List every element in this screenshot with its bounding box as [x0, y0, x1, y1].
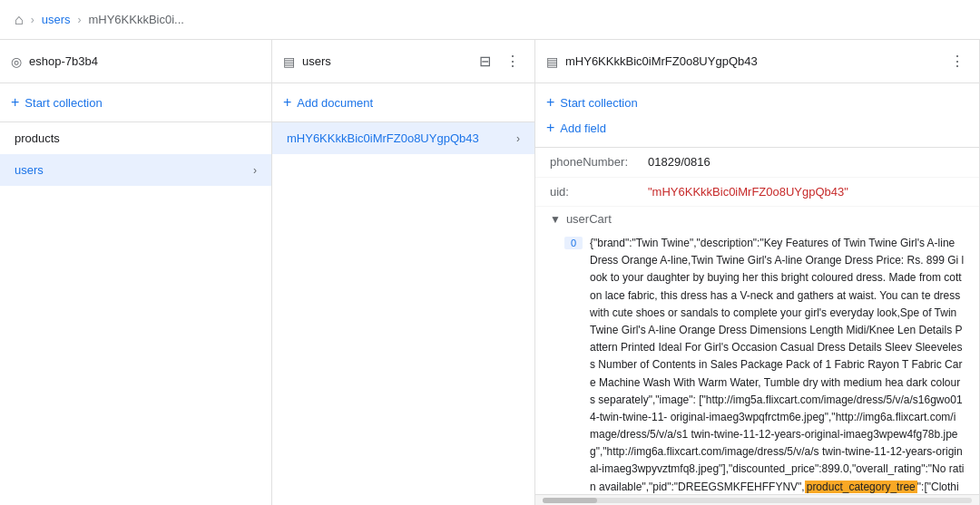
left-panel-actions: + Start collection — [0, 83, 271, 122]
start-collection-label: Start collection — [560, 96, 637, 110]
main-container: ◎ eshop-7b3b4 + Start collection product… — [0, 40, 980, 505]
start-collection-label: Start collection — [24, 96, 102, 110]
start-collection-button[interactable]: + Start collection — [11, 91, 260, 114]
field-key-uid: uid: — [550, 183, 641, 201]
scroll-thumb — [543, 498, 597, 503]
breadcrumb-document[interactable]: mHY6KKkkBic0i... — [88, 13, 183, 26]
collapse-icon[interactable]: ▼ — [550, 213, 561, 226]
collection-item-users[interactable]: users › — [0, 154, 271, 186]
add-document-button[interactable]: + Add document — [283, 91, 524, 114]
more-options-icon[interactable]: ⋮ — [946, 49, 968, 73]
plus-icon: + — [11, 94, 19, 111]
left-panel-list: products users › — [0, 122, 271, 505]
left-panel-title: eshop-7b3b4 — [29, 54, 260, 68]
right-panel-title: mHY6KKkkBic0iMrFZ0o8UYgpQb43 — [565, 54, 939, 68]
scroll-track — [543, 498, 972, 503]
cart-index-0: 0 — [564, 237, 583, 249]
field-value-uid: "mHY6KKkkBic0iMrFZ0o8UYgpQb43" — [648, 183, 848, 201]
collection-icon: ▤ — [283, 54, 295, 69]
usercart-label: userCart — [566, 212, 612, 226]
middle-panel-header: ▤ users ⊟ ⋮ — [272, 40, 534, 83]
add-document-label: Add document — [297, 96, 373, 110]
document-id: mHY6KKkkBic0iMrFZ0o8UYgpQb43 — [287, 131, 479, 145]
cart-item-text-0: {"brand":"Twin Twine","description":"Key… — [590, 235, 965, 494]
home-icon[interactable]: ⌂ — [15, 12, 24, 28]
plus-icon: + — [283, 94, 291, 111]
breadcrumb-chevron-1: › — [31, 14, 34, 26]
plus-icon: + — [546, 120, 554, 136]
document-list: mHY6KKkkBic0iMrFZ0o8UYgpQb43 › — [272, 122, 534, 505]
filter-icon[interactable]: ⊟ — [475, 49, 495, 73]
collection-label-users: users — [15, 163, 44, 177]
database-icon: ◎ — [11, 54, 22, 69]
add-field-label: Add field — [560, 121, 606, 135]
middle-panel: ▤ users ⊟ ⋮ + Add document mHY6KKkkBic0i… — [272, 40, 535, 505]
top-navigation: ⌂ › users › mHY6KKkkBic0i... — [0, 0, 980, 40]
field-row-phone: phoneNumber: 01829/0816 — [535, 148, 979, 178]
collection-label-products: products — [15, 131, 60, 145]
document-item[interactable]: mHY6KKkkBic0iMrFZ0o8UYgpQb43 › — [272, 122, 534, 154]
field-key-phone: phoneNumber: — [550, 153, 641, 171]
right-start-collection-button[interactable]: + Start collection — [546, 91, 968, 114]
document-icon: ▤ — [546, 54, 558, 69]
field-row-uid: uid: "mHY6KKkkBic0iMrFZ0o8UYgpQb43" — [535, 178, 979, 208]
right-panel-actions: + Start collection + Add field — [535, 83, 979, 148]
horizontal-scrollbar[interactable] — [535, 494, 979, 505]
middle-panel-title: users — [302, 54, 468, 68]
chevron-right-icon: › — [253, 164, 257, 177]
field-area: phoneNumber: 01829/0816 uid: "mHY6KKkkBi… — [535, 148, 979, 494]
breadcrumb-chevron-2: › — [77, 14, 81, 26]
more-options-icon[interactable]: ⋮ — [502, 49, 524, 73]
highlight-product-category-tree: product_category_tree — [805, 481, 917, 493]
chevron-right-icon: › — [516, 132, 520, 145]
usercart-section-header: ▼ userCart — [535, 207, 979, 231]
right-panel-header: ▤ mHY6KKkkBic0iMrFZ0o8UYgpQb43 ⋮ — [535, 40, 979, 83]
right-panel: ▤ mHY6KKkkBic0iMrFZ0o8UYgpQb43 ⋮ + Start… — [535, 40, 980, 505]
left-panel: ◎ eshop-7b3b4 + Start collection product… — [0, 40, 272, 505]
plus-icon: + — [546, 94, 554, 111]
middle-panel-actions: + Add document — [272, 83, 534, 122]
left-panel-header: ◎ eshop-7b3b4 — [0, 40, 271, 83]
cart-item-0: 0 {"brand":"Twin Twine","description":"K… — [535, 231, 979, 494]
breadcrumb-users[interactable]: users — [42, 13, 71, 26]
collection-item-products[interactable]: products — [0, 122, 271, 154]
field-value-phone: 01829/0816 — [648, 153, 710, 171]
add-field-button[interactable]: + Add field — [546, 116, 968, 140]
